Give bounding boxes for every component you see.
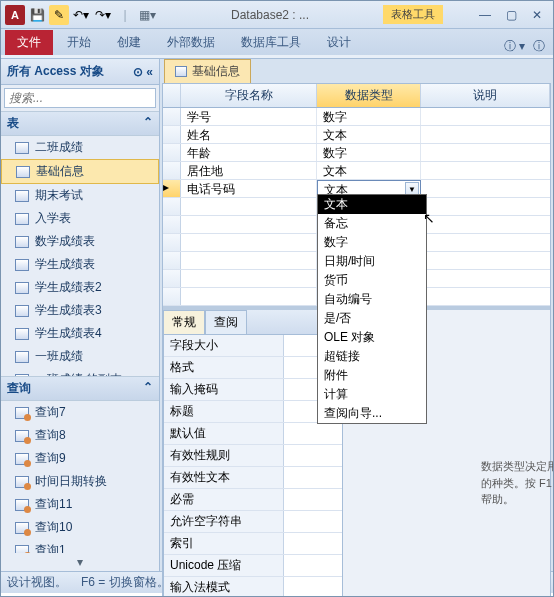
dropdown-option[interactable]: 计算 (318, 385, 426, 404)
dropdown-option[interactable]: 备忘 (318, 214, 426, 233)
navpane-search[interactable] (4, 88, 156, 108)
cell-fieldname[interactable] (181, 198, 317, 215)
help-icon[interactable]: ⓘ ▾ (504, 38, 525, 55)
dropdown-option[interactable]: 超链接 (318, 347, 426, 366)
group-queries[interactable]: 查询⌃ (1, 376, 159, 401)
cell-datatype[interactable]: 数字 (317, 108, 421, 125)
nav-table-item[interactable]: 学生成绩表3 (1, 299, 159, 322)
nav-table-item[interactable]: 一班成绩 (1, 345, 159, 368)
row-selector[interactable] (163, 270, 181, 287)
row-selector[interactable] (163, 288, 181, 305)
dropdown-option[interactable]: 查阅向导... (318, 404, 426, 423)
close-icon[interactable]: ✕ (525, 7, 549, 23)
datatype-dropdown[interactable]: 文本备忘数字日期/时间货币自动编号是/否OLE 对象超链接附件计算查阅向导... (317, 194, 427, 424)
minimize-icon[interactable]: — (473, 7, 497, 23)
qat-icon[interactable]: ✎ (49, 5, 69, 25)
nav-query-item[interactable]: 查询7 (1, 401, 159, 424)
row-selector[interactable]: ▸ (163, 180, 181, 197)
dropdown-option[interactable]: 日期/时间 (318, 252, 426, 271)
nav-table-item[interactable]: 二班成绩 (1, 136, 159, 159)
dropdown-option[interactable]: 自动编号 (318, 290, 426, 309)
group-tables-label: 表 (7, 115, 19, 132)
col-fieldname[interactable]: 字段名称 (181, 84, 317, 107)
cell-fieldname[interactable] (181, 234, 317, 251)
tab-external[interactable]: 外部数据 (155, 30, 227, 55)
proptab-general[interactable]: 常规 (163, 310, 205, 334)
save-icon[interactable]: 💾 (27, 5, 47, 25)
dropdown-option[interactable]: 附件 (318, 366, 426, 385)
tab-file[interactable]: 文件 (5, 30, 53, 55)
row-selector[interactable] (163, 216, 181, 233)
cell-desc[interactable] (421, 162, 550, 179)
nav-table-item[interactable]: 数学成绩表 (1, 230, 159, 253)
cell-desc[interactable] (421, 126, 550, 143)
nav-query-item[interactable]: 查询1 (1, 539, 159, 553)
cell-desc[interactable] (421, 234, 550, 251)
dropdown-option[interactable]: 是/否 (318, 309, 426, 328)
cell-datatype[interactable]: 文本 (317, 162, 421, 179)
nav-query-item[interactable]: 查询11 (1, 493, 159, 516)
cell-desc[interactable] (421, 270, 550, 287)
cell-desc[interactable] (421, 108, 550, 125)
nav-query-item[interactable]: 查询10 (1, 516, 159, 539)
col-desc[interactable]: 说明 (421, 84, 550, 107)
cell-fieldname[interactable]: 年龄 (181, 144, 317, 161)
window-title: Database2 : ... (157, 8, 383, 22)
tab-create[interactable]: 创建 (105, 30, 153, 55)
dropdown-option[interactable]: 货币 (318, 271, 426, 290)
cell-fieldname[interactable]: 电话号码 (181, 180, 317, 197)
cell-desc[interactable] (421, 288, 550, 305)
nav-table-item[interactable]: 学生成绩表2 (1, 276, 159, 299)
proptab-lookup[interactable]: 查阅 (205, 310, 247, 334)
nav-query-item[interactable]: 查询8 (1, 424, 159, 447)
cell-fieldname[interactable]: 姓名 (181, 126, 317, 143)
nav-table-item[interactable]: 学生成绩表 (1, 253, 159, 276)
worktab-basicinfo[interactable]: 基础信息 (164, 59, 251, 83)
cell-fieldname[interactable] (181, 270, 317, 287)
nav-table-item[interactable]: 期末考试 (1, 184, 159, 207)
nav-query-item[interactable]: 查询9 (1, 447, 159, 470)
nav-table-item[interactable]: 基础信息 (1, 159, 159, 184)
dropdown-option[interactable]: 数字 (318, 233, 426, 252)
row-selector[interactable] (163, 252, 181, 269)
navpane-header[interactable]: 所有 Access 对象 ⊙ « (1, 59, 159, 85)
cell-desc[interactable] (421, 144, 550, 161)
navpane-collapse-icon[interactable]: ⊙ « (133, 65, 153, 79)
row-selector[interactable] (163, 144, 181, 161)
cell-fieldname[interactable] (181, 216, 317, 233)
cell-fieldname[interactable]: 居住地 (181, 162, 317, 179)
tab-dbtools[interactable]: 数据库工具 (229, 30, 313, 55)
dropdown-option[interactable]: 文本 (318, 195, 426, 214)
cell-datatype[interactable]: 数字 (317, 144, 421, 161)
cell-fieldname[interactable] (181, 252, 317, 269)
cell-desc[interactable] (421, 198, 550, 215)
cell-desc[interactable] (421, 180, 550, 197)
nav-table-item[interactable]: 学生成绩表4 (1, 322, 159, 345)
redo-icon[interactable]: ↷▾ (93, 5, 113, 25)
help2-icon[interactable]: ⓘ (533, 38, 545, 55)
nav-scroll-down[interactable]: ▾ (1, 553, 159, 571)
cell-fieldname[interactable] (181, 288, 317, 305)
grid-corner[interactable] (163, 84, 181, 107)
cell-desc[interactable] (421, 252, 550, 269)
nav-query-item[interactable]: 时间日期转换 (1, 470, 159, 493)
nav-item-label: 查询7 (35, 404, 66, 421)
row-selector[interactable] (163, 108, 181, 125)
maximize-icon[interactable]: ▢ (499, 7, 523, 23)
tab-design[interactable]: 设计 (315, 30, 363, 55)
group-tables[interactable]: 表⌃ (1, 111, 159, 136)
col-datatype[interactable]: 数据类型 (317, 84, 421, 107)
cell-fieldname[interactable]: 学号 (181, 108, 317, 125)
row-selector[interactable] (163, 162, 181, 179)
dropdown-option[interactable]: OLE 对象 (318, 328, 426, 347)
undo-icon[interactable]: ↶▾ (71, 5, 91, 25)
row-selector[interactable] (163, 234, 181, 251)
nav-table-item[interactable]: 入学表 (1, 207, 159, 230)
nav-table-item[interactable]: 一班成绩 的副本 (1, 368, 159, 376)
cell-datatype[interactable]: 文本 (317, 126, 421, 143)
row-selector[interactable] (163, 126, 181, 143)
cell-desc[interactable] (421, 216, 550, 233)
row-selector[interactable] (163, 198, 181, 215)
table-icon[interactable]: ▦▾ (137, 5, 157, 25)
tab-home[interactable]: 开始 (55, 30, 103, 55)
